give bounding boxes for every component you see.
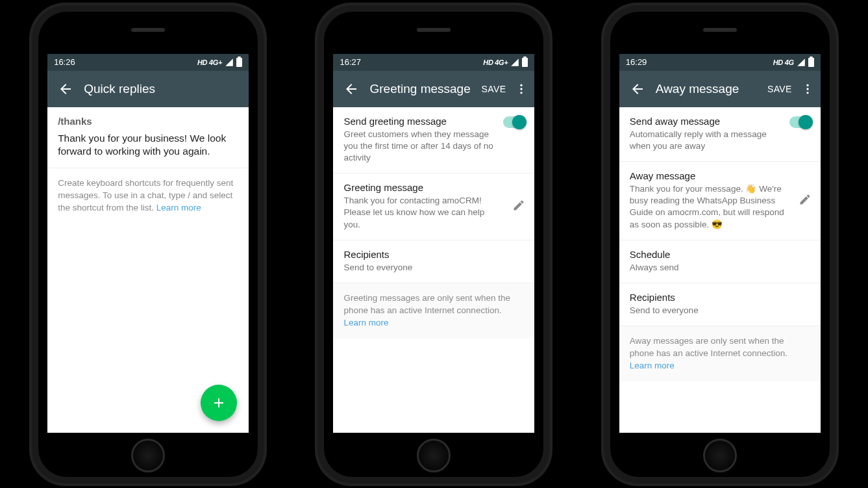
svg-point-1 — [521, 88, 523, 90]
back-button[interactable] — [338, 76, 364, 102]
save-button[interactable]: SAVE — [761, 79, 799, 99]
page-title: Greeting message — [369, 82, 475, 96]
app-bar: Quick replies — [47, 71, 249, 107]
screen: 16:29 HD 4G Away message SAVE — [619, 54, 821, 433]
more-vert-icon — [515, 83, 528, 96]
back-button[interactable] — [53, 76, 79, 102]
status-bar: 16:29 HD 4G — [619, 54, 821, 71]
home-button[interactable] — [131, 439, 165, 472]
add-button[interactable] — [201, 385, 237, 421]
page-title: Away message — [656, 82, 761, 96]
battery-icon — [236, 58, 242, 67]
plus-icon — [211, 395, 227, 411]
signal-icon — [225, 58, 234, 67]
arrow-left-icon — [343, 81, 359, 97]
page-title: Quick replies — [84, 82, 245, 96]
home-button[interactable] — [417, 439, 451, 472]
save-button[interactable]: SAVE — [475, 79, 513, 99]
learn-more-link[interactable]: Learn more — [630, 361, 675, 370]
status-time: 16:26 — [54, 57, 75, 67]
shortcut-body: Thank you for your business! We look for… — [58, 132, 238, 159]
learn-more-link[interactable]: Learn more — [343, 318, 388, 327]
content: /thanks Thank you for your business! We … — [47, 107, 249, 433]
battery-icon — [808, 58, 814, 67]
toggle-switch[interactable] — [789, 116, 812, 128]
toggle-switch[interactable] — [503, 116, 525, 128]
row-greeting-message[interactable]: Greeting message Thank you for contactin… — [333, 173, 534, 240]
app-bar: Away message SAVE — [619, 71, 821, 107]
row-schedule[interactable]: Schedule Always send — [619, 240, 821, 283]
toggle-row-send-greeting[interactable]: Send greeting message Greet customers wh… — [333, 107, 534, 174]
status-network: HD 4G+ — [197, 58, 222, 66]
row-recipients[interactable]: Recipients Send to everyone — [619, 283, 821, 326]
overflow-button[interactable] — [799, 76, 817, 102]
status-bar: 16:26 HD 4G+ — [47, 54, 249, 71]
arrow-left-icon — [58, 81, 73, 97]
edit-button[interactable] — [799, 193, 812, 209]
pencil-icon — [799, 193, 812, 206]
signal-icon — [797, 58, 806, 67]
svg-point-0 — [521, 84, 523, 86]
arrow-left-icon — [630, 81, 645, 97]
learn-more-link[interactable]: Learn more — [156, 203, 201, 212]
svg-point-4 — [806, 88, 808, 90]
status-time: 16:29 — [626, 57, 647, 67]
status-network: HD 4G — [773, 58, 794, 66]
shortcut-code: /thanks — [58, 116, 238, 127]
phone-frame: 16:26 HD 4G+ Quick replies /thanks Thank… — [31, 4, 266, 485]
footer-note: Greeting messages are only sent when the… — [333, 283, 534, 339]
signal-icon — [510, 58, 519, 67]
phone-frame: 16:27 HD 4G+ Greeting message SAVE — [316, 4, 551, 485]
battery-icon — [522, 58, 528, 67]
home-button[interactable] — [703, 439, 737, 472]
svg-point-2 — [521, 92, 523, 94]
back-button[interactable] — [625, 76, 651, 102]
row-recipients[interactable]: Recipients Send to everyone — [333, 240, 534, 283]
toggle-row-send-away[interactable]: Send away message Automatically reply wi… — [619, 107, 821, 162]
screen: 16:26 HD 4G+ Quick replies /thanks Thank… — [47, 54, 249, 433]
app-bar: Greeting message SAVE — [333, 71, 534, 107]
pencil-icon — [512, 199, 525, 212]
content: Send greeting message Greet customers wh… — [333, 107, 534, 433]
svg-point-3 — [806, 84, 808, 86]
svg-point-5 — [806, 92, 808, 94]
quick-reply-item[interactable]: /thanks Thank you for your business! We … — [47, 107, 249, 169]
more-vert-icon — [801, 83, 814, 96]
edit-button[interactable] — [512, 199, 525, 214]
status-network: HD 4G+ — [483, 58, 508, 66]
content: Send away message Automatically reply wi… — [619, 107, 821, 433]
footer-note: Create keyboard shortcuts for frequently… — [47, 168, 249, 224]
status-time: 16:27 — [340, 57, 361, 67]
status-bar: 16:27 HD 4G+ — [333, 54, 534, 71]
screen: 16:27 HD 4G+ Greeting message SAVE — [333, 54, 534, 433]
overflow-button[interactable] — [512, 76, 530, 102]
footer-note: Away messages are only sent when the pho… — [619, 326, 821, 381]
row-away-message[interactable]: Away message Thank you for your message.… — [619, 162, 821, 240]
phone-frame: 16:29 HD 4G Away message SAVE — [602, 4, 837, 485]
